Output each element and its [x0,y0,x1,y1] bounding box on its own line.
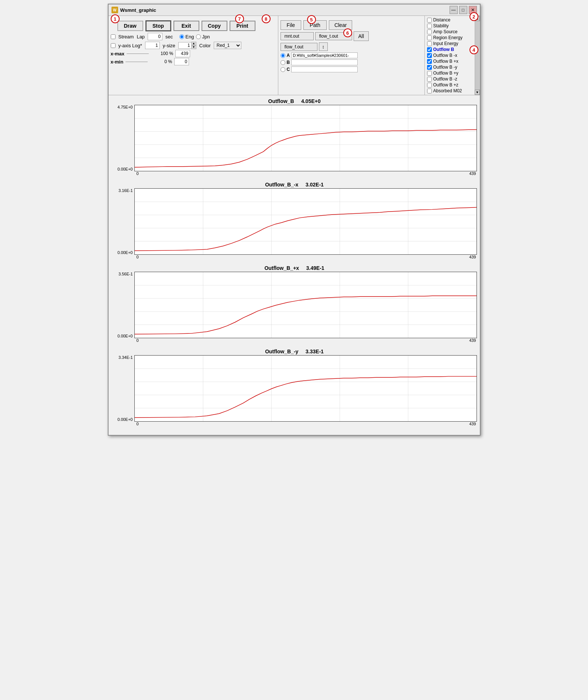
outflow-b-plus-z-label: Outflow B +z [433,82,458,88]
chart-outflow-b-svg [135,105,477,171]
chart-outflow-b-y-labels: 4.75E+0 0.00E+0 [112,105,134,171]
chart-outflow-b-wrapper: 4.75E+0 0.00E+0 [112,105,477,171]
input-energy-checkbox[interactable] [427,41,432,46]
path-a-radio[interactable] [281,53,285,58]
toolbar-row3: y-axis Log* y-size ▲ ▼ Color Red_1 Blue_… [111,42,276,49]
xmin-dash [125,62,148,62]
path-b-row: B [281,59,422,65]
chart-outflow-b-minus-y: Outflow_B_-y 3.33E-1 3.34E-1 0.00E+0 [112,349,477,426]
chart-outflow-b-title: Outflow_B 4.05E+0 [112,98,477,104]
chart-outflow-b-minus-x-wrapper: 3.16E-1 0.00E+0 [112,188,477,255]
amp-source-label: Amp Source [433,29,458,34]
outflow-b-plus-x-label: Outflow B +x [433,59,458,64]
yaxis-log-input[interactable] [145,42,160,49]
path-b-radio[interactable] [281,60,285,65]
chart-outflow-b-plus-x: Outflow_B_+x 3.49E-1 3.56E-1 0.00E+0 [112,265,477,343]
outflow-b-plus-x-checkbox[interactable] [427,59,432,64]
chart-outflow-b: Outflow_B 4.05E+0 4.75E+0 0.00E+0 [112,98,477,176]
maximize-button[interactable]: □ [459,6,467,14]
charts-area: Outflow_B 4.05E+0 4.75E+0 0.00E+0 [109,95,480,435]
xmax-label: x-max [111,51,125,56]
eng-radio[interactable] [179,34,184,39]
checkbox-outflow-b-plus-y: Outflow B +y [427,71,478,76]
main-window: W Wsmnt_graphic — □ ✕ 1 Draw Stop Exit 7… [108,4,481,436]
ysize-down-button[interactable]: ▼ [191,45,196,49]
xmax-pct: 100 % [151,51,173,56]
stability-checkbox[interactable] [427,24,432,28]
circle-1: 1 [111,14,120,23]
distance-label: Distance [433,17,451,23]
outflow-b-minus-y-checkbox[interactable] [427,65,432,70]
outflow-b-plus-y-checkbox[interactable] [427,71,432,76]
color-select[interactable]: Red_1 Blue_1 Green_1 Black [214,42,241,49]
circle-7: 7 [235,14,244,23]
chart-outflow-b-minus-x-x-axis: 0 439 [136,255,477,259]
color-label: Color [199,43,211,48]
jpn-radio-label[interactable]: Jpn [196,34,210,40]
checkbox-outflow-b-plus-z: Outflow B +z [427,82,478,88]
distance-checkbox[interactable] [427,18,432,23]
all-button[interactable]: All [354,31,369,41]
eng-radio-label[interactable]: Eng [179,34,194,40]
minimize-button[interactable]: — [450,6,458,14]
ysize-spinner: ▲ ▼ [178,42,196,49]
file1-input[interactable] [281,32,314,40]
toolbar-row1: 1 Draw Stop Exit 7 8 Copy Print [111,18,276,31]
chart-outflow-b-minus-x-box [134,188,477,255]
path-c-label: C [287,67,290,72]
circle-6: 6 [343,28,352,37]
path-c-radio[interactable] [281,67,285,72]
region-energy-checkbox[interactable] [427,35,432,40]
sort-button[interactable]: ↕ [319,42,328,51]
titlebar: W Wsmnt_graphic — □ ✕ [109,4,480,16]
xmax-input[interactable] [175,50,190,57]
chart-outflow-b-minus-y-x-axis: 0 439 [136,422,477,426]
outflow-b-minus-z-checkbox[interactable] [427,77,432,82]
outflow-b-label: Outflow B [433,47,454,52]
xmin-input[interactable] [174,58,189,65]
amp-source-checkbox[interactable] [427,30,432,34]
ysize-up-button[interactable]: ▲ [191,42,196,45]
path-c-row: C [281,66,422,72]
toolbar-area: 1 Draw Stop Exit 7 8 Copy Print Stream L… [109,16,480,95]
chart-outflow-b-x-axis: 0 439 [136,171,477,176]
outflow-b-minus-x-checkbox[interactable] [427,53,432,58]
jpn-radio[interactable] [196,34,201,39]
stream-checkbox[interactable] [111,34,116,39]
path-a-input[interactable] [291,52,358,58]
ysize-input[interactable] [178,42,191,49]
draw-button[interactable]: Draw [117,21,143,31]
chart-outflow-b-plus-x-title: Outflow_B_+x 3.49E-1 [112,265,477,271]
svg-text:W: W [113,8,117,12]
exit-button[interactable]: Exit [173,21,199,31]
chart-outflow-b-minus-y-box [134,355,477,422]
path-b-input[interactable] [291,59,358,65]
lap-input[interactable] [148,33,162,40]
outflow-b-plus-z-checkbox[interactable] [427,83,432,88]
xmax-xmin-area: x-max 100 % x-min 0 % [111,50,276,65]
yaxis-log-checkbox[interactable] [111,43,116,48]
app-icon: W [111,7,118,13]
absorbed-m02-checkbox[interactable] [427,89,432,93]
file3-input[interactable] [281,43,317,51]
outflow-b-checkbox[interactable] [427,47,432,52]
circle-5: 5 [307,15,316,24]
scroll-down-arrow[interactable]: ▼ [475,90,480,95]
copy-button[interactable]: Copy [202,21,227,31]
stream-label: Stream [118,34,134,40]
chart-outflow-b-minus-x-title: Outflow_B_-x 3.02E-1 [112,182,477,188]
path-c-input[interactable] [291,66,358,72]
chart-outflow-b-minus-y-title: Outflow_B_-y 3.33E-1 [112,349,477,354]
checkbox-stability: Stability [427,23,478,28]
outflow-b-plus-y-label: Outflow B +y [433,71,458,76]
chart-outflow-b-box [134,105,477,171]
stop-button[interactable]: Stop [145,20,171,31]
radio-paths: A B C [281,52,422,72]
circle-4: 4 [470,45,478,54]
lap-label: Lap [137,34,145,40]
file-path-row: File 5 Path Clear [281,17,422,30]
files-row: 6 All [281,31,422,41]
scrollbar[interactable]: ▲ ▼ [475,16,480,95]
input-energy-label: Input Energy [433,41,458,46]
file-button[interactable]: File [281,20,302,30]
